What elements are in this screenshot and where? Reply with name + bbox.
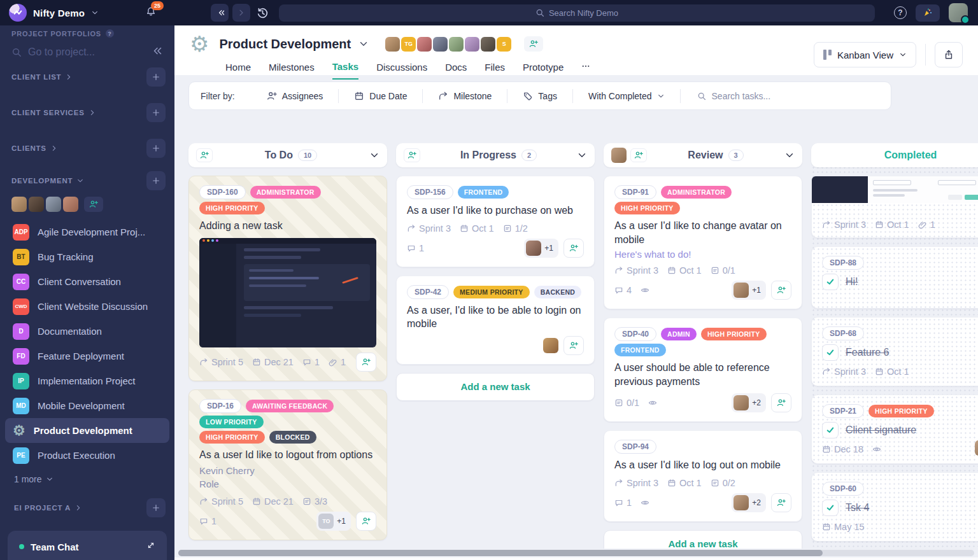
task-card-sdp-68[interactable]: SDP-68 Feature 6 Sprint 3 Oct 1 xyxy=(811,317,978,386)
add-development-project-button[interactable] xyxy=(146,171,166,190)
task-link[interactable]: Here's what to do! xyxy=(614,249,791,260)
comments-meta[interactable]: 1 xyxy=(199,516,216,526)
add-clients-button[interactable] xyxy=(146,139,166,158)
member-avatar[interactable] xyxy=(63,197,78,212)
due-date-meta[interactable]: Dec 21 xyxy=(252,357,294,367)
project-search-input[interactable]: Go to project... xyxy=(11,45,163,59)
task-card-sdp-160[interactable]: SDP-160 ADMINISTRATOR HIGH PRIORITY Addi… xyxy=(188,176,387,381)
section-ei-project-a[interactable]: EI PROJECT A xyxy=(14,498,166,517)
tab-discussions[interactable]: Discussions xyxy=(376,62,427,79)
notifications-button[interactable]: 25 xyxy=(146,6,156,19)
comments-meta[interactable]: 4 xyxy=(614,285,632,295)
due-date-meta[interactable]: Dec 18 xyxy=(822,444,863,454)
member-avatar[interactable] xyxy=(46,197,61,212)
task-complete-checkbox[interactable] xyxy=(822,274,839,290)
member-avatar-badge[interactable]: S xyxy=(497,37,511,52)
column-todo-header[interactable]: To Do10 xyxy=(188,143,387,167)
section-development[interactable]: DEVELOPMENT xyxy=(11,166,166,195)
column-assign-button[interactable] xyxy=(196,148,213,162)
watchers-meta[interactable] xyxy=(641,498,649,507)
due-date-meta[interactable]: Oct 1 xyxy=(667,478,702,488)
due-date-meta[interactable]: Oct 1 xyxy=(460,223,494,234)
team-chat-panel[interactable]: Team Chat xyxy=(8,531,167,560)
assignee-avatar[interactable] xyxy=(975,440,978,456)
comments-meta[interactable]: 1 xyxy=(614,498,632,508)
chevron-down-icon[interactable] xyxy=(369,150,379,160)
member-avatar[interactable] xyxy=(481,37,495,52)
add-task-button-in-progress[interactable]: Add a new task xyxy=(396,373,595,401)
chevron-down-icon[interactable] xyxy=(358,39,369,49)
task-complete-checkbox[interactable] xyxy=(822,500,839,516)
section-client-list[interactable]: CLIENT LIST xyxy=(11,59,166,95)
task-card-completed-image[interactable]: Sprint 3 Oct 1 1 xyxy=(811,176,978,238)
task-complete-checkbox[interactable] xyxy=(822,422,839,438)
add-client-list-button[interactable] xyxy=(146,67,166,87)
attachments-meta[interactable]: 1 xyxy=(918,220,935,230)
due-date-meta[interactable]: May 15 xyxy=(822,522,865,532)
sidebar-project-client-website-discussion[interactable]: CWD Client Website Discussion xyxy=(5,294,169,319)
sidebar-project-implementation-project[interactable]: IP Implementation Project xyxy=(5,368,169,393)
watchers-meta[interactable] xyxy=(648,398,657,407)
due-date-meta[interactable]: Dec 21 xyxy=(252,496,294,507)
filter-assignees[interactable]: Assignees xyxy=(252,91,339,101)
assignee-avatar[interactable] xyxy=(543,338,558,353)
assign-user-button[interactable] xyxy=(356,512,376,531)
scrollbar-thumb[interactable] xyxy=(178,550,823,556)
tab-tasks[interactable]: Tasks xyxy=(332,61,358,80)
section-clients[interactable]: CLIENTS xyxy=(11,130,166,166)
task-card-sdp-88[interactable]: SDP-88 Hi! xyxy=(811,246,978,309)
horizontal-scrollbar[interactable] xyxy=(178,550,974,556)
member-avatar[interactable] xyxy=(433,37,448,52)
subtasks-meta[interactable]: 0/1 xyxy=(614,398,639,408)
tab-prototype[interactable]: Prototype xyxy=(523,62,563,79)
task-complete-checkbox[interactable] xyxy=(822,344,839,361)
member-avatar[interactable] xyxy=(385,37,400,52)
due-date-meta[interactable]: Oct 1 xyxy=(875,220,909,230)
task-card-sdp-91[interactable]: SDP-91 ADMINISTRATOR HIGH PRIORITY As a … xyxy=(604,176,802,309)
assignee-group[interactable]: +1 xyxy=(524,239,558,258)
filter-with-completed[interactable]: With Completed xyxy=(573,91,680,101)
column-in-progress-header[interactable]: In Progress2 xyxy=(396,143,595,167)
column-assign-button[interactable] xyxy=(630,148,647,162)
subtasks-meta[interactable]: 1/2 xyxy=(503,223,528,234)
assignee-group[interactable]: TO +1 xyxy=(316,512,351,531)
section-client-services[interactable]: CLIENT SERVICES xyxy=(11,95,166,130)
tab-home[interactable]: Home xyxy=(225,62,251,79)
task-card-sdp-21[interactable]: SDP-21 HIGH PRIORITY Client signature De… xyxy=(811,395,978,464)
comments-meta[interactable]: 1 xyxy=(407,243,424,253)
task-search-input[interactable]: Search tasks... xyxy=(681,91,771,101)
due-date-meta[interactable]: Oct 1 xyxy=(667,265,702,276)
tab-docs[interactable]: Docs xyxy=(445,62,467,79)
task-card-sdp-16[interactable]: SDP-16 AWAITING FEEDBACK LOW PRIORITY HI… xyxy=(188,389,387,541)
sprint-meta[interactable]: Sprint 3 xyxy=(614,478,658,488)
sidebar-project-documentation[interactable]: D Documentation xyxy=(5,319,169,344)
sidebar-project-agile-development[interactable]: ADP Agile Development Proj... xyxy=(5,220,169,244)
portfolios-help-icon[interactable]: ? xyxy=(106,29,114,38)
assign-user-button[interactable] xyxy=(771,393,791,412)
due-date-meta[interactable]: Oct 1 xyxy=(875,367,909,377)
sidebar-project-product-development[interactable]: ⚙ Product Development xyxy=(5,418,169,443)
assign-user-button[interactable] xyxy=(563,336,584,355)
filter-due-date[interactable]: Due Date xyxy=(339,91,422,101)
task-attachment-image[interactable] xyxy=(199,238,376,347)
watchers-meta[interactable] xyxy=(872,445,881,454)
column-assign-button[interactable] xyxy=(404,148,420,162)
column-assignee-avatar[interactable] xyxy=(611,148,627,163)
member-avatar[interactable] xyxy=(465,37,479,52)
add-member-button[interactable] xyxy=(84,197,103,212)
watchers-meta[interactable] xyxy=(641,286,649,295)
app-brand[interactable]: Nifty Demo xyxy=(0,4,137,22)
assignee-group[interactable]: +1 xyxy=(732,281,766,300)
sprint-meta[interactable]: Sprint 5 xyxy=(199,357,243,367)
help-button[interactable]: ? xyxy=(894,6,907,19)
member-avatar[interactable] xyxy=(29,197,44,212)
subtasks-meta[interactable]: 0/1 xyxy=(711,265,735,276)
show-more-projects[interactable]: 1 more xyxy=(14,474,174,484)
sidebar-project-product-execution[interactable]: PE Product Execution xyxy=(5,443,169,468)
global-search-input[interactable]: Search Nifty Demo xyxy=(279,4,875,22)
member-avatar-badge[interactable]: TG xyxy=(401,37,416,52)
member-avatar[interactable] xyxy=(417,37,432,52)
task-card-sdp-156[interactable]: SDP-156 FRONTEND As a user I'd like to p… xyxy=(396,176,595,267)
add-ei-project-button[interactable] xyxy=(146,498,166,517)
chevron-down-icon[interactable] xyxy=(784,150,795,160)
